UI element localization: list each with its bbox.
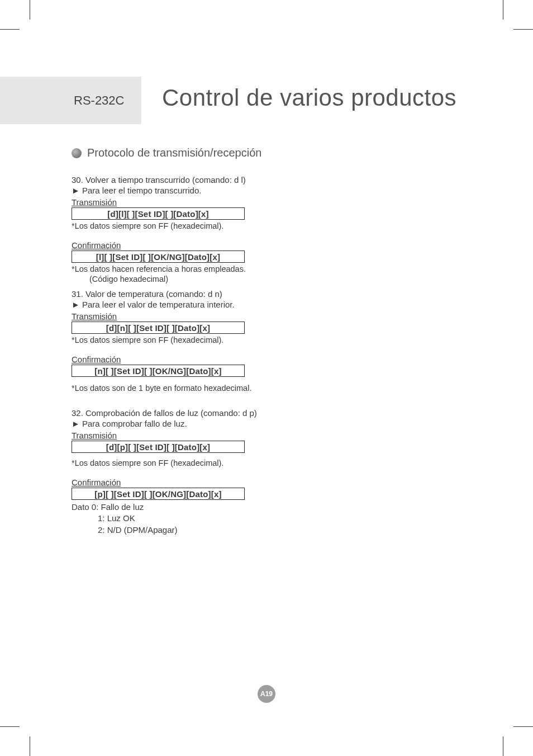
- crop-mark: [0, 29, 20, 30]
- cmd31-title: 31. Valor de temperatura (comando: d n): [72, 289, 474, 299]
- crop-mark: [513, 726, 533, 727]
- section-header: Protocolo de transmisión/recepción: [72, 147, 474, 159]
- cmd31-tx-note: *Los datos siempre son FF (hexadecimal).: [72, 336, 474, 344]
- cmd31-tx-box: [d][n][ ][Set ID][ ][Dato][x]: [72, 322, 245, 334]
- section-title: Protocolo de transmisión/recepción: [87, 147, 261, 159]
- cmd32-dato-line3: 2: N/D (DPM/Apagar): [98, 525, 474, 536]
- content-area: Protocolo de transmisión/recepción 30. V…: [72, 147, 474, 536]
- cmd30-tx-note: *Los datos siempre son FF (hexadecimal).: [72, 221, 474, 230]
- cmd32-sub: ► Para comprobar fallo de luz.: [72, 419, 474, 428]
- cmd32-tx-note: *Los datos siempre son FF (hexadecimal).: [72, 459, 474, 467]
- bullet-icon: [72, 148, 82, 158]
- cmd31-cf-label: Confirmación: [72, 355, 474, 364]
- cmd32-cf-label: Confirmación: [72, 478, 474, 487]
- cmd32-dato-line1: Dato 0: Fallo de luz: [72, 502, 474, 513]
- cmd32-dato-block: Dato 0: Fallo de luz 1: Luz OK 2: N/D (D…: [72, 502, 474, 536]
- page-number-badge: A19: [258, 685, 275, 703]
- cmd31-cf-box: [n][ ][Set ID][ ][OK/NG][Dato][x]: [72, 365, 245, 377]
- crop-mark: [0, 726, 20, 727]
- cmd30-cf-note2: (Código hexadecimal): [89, 275, 474, 284]
- cmd31-cf-note: *Los datos son de 1 byte en formato hexa…: [72, 384, 474, 393]
- crop-mark: [513, 29, 533, 30]
- cmd32-tx-box: [d][p][ ][Set ID][ ][Dato][x]: [72, 441, 245, 453]
- crop-mark: [503, 736, 503, 756]
- cmd30-cf-box: [l][ ][Set ID][ ][OK/NG][Dato][x]: [72, 251, 245, 263]
- page: RS-232C Control de varios productos Prot…: [0, 0, 533, 756]
- crop-mark: [503, 0, 503, 20]
- cmd30-sub: ► Para leer el tiempo transcurrido.: [72, 186, 474, 195]
- cmd32-tx-label: Transmisión: [72, 431, 474, 440]
- crop-mark: [30, 0, 30, 20]
- crop-mark: [30, 736, 30, 756]
- cmd31-sub: ► Para leer el valor de temperatura inte…: [72, 300, 474, 309]
- cmd30-tx-box: [d][l][ ][Set ID][ ][Dato][x]: [72, 207, 245, 220]
- header-label: RS-232C: [74, 93, 124, 108]
- cmd30-cf-note1: *Los datos hacen referencia a horas empl…: [72, 264, 474, 273]
- cmd32-cf-box: [p][ ][Set ID][ ][OK/NG][Dato][x]: [72, 488, 245, 500]
- cmd31-tx-label: Transmisión: [72, 311, 474, 321]
- page-title: Control de varios productos: [162, 84, 456, 111]
- cmd30-title: 30. Volver a tiempo transcurrido (comand…: [72, 175, 474, 185]
- cmd30-cf-label: Confirmación: [72, 240, 474, 250]
- cmd32-title: 32. Comprobación de fallos de luz (coman…: [72, 408, 474, 418]
- header-band: RS-232C Control de varios productos: [0, 77, 503, 124]
- cmd32-dato-line2: 1: Luz OK: [98, 513, 474, 524]
- cmd30-tx-label: Transmisión: [72, 197, 474, 207]
- page-number: A19: [260, 690, 273, 698]
